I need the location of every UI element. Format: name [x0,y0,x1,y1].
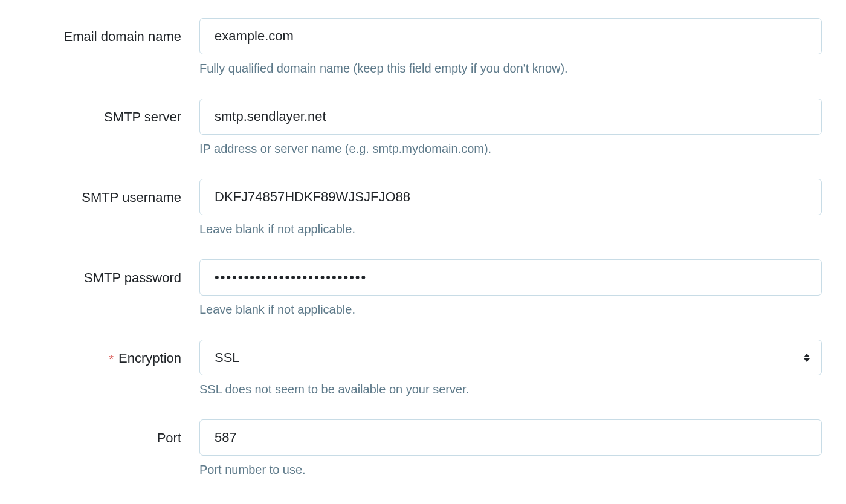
encryption-label-text: Encryption [118,351,181,366]
smtp-username-label: SMTP username [24,179,199,205]
encryption-select[interactable]: SSL [199,340,822,375]
smtp-username-help: Leave blank if not applicable. [199,222,822,236]
encryption-field-wrapper: SSL SSL does not seem to be available on… [199,340,822,396]
port-row: Port Port number to use. [24,419,822,477]
smtp-server-row: SMTP server IP address or server name (e… [24,99,822,156]
smtp-password-row: SMTP password Leave blank if not applica… [24,259,822,317]
email-domain-input[interactable] [199,18,822,54]
smtp-password-field-wrapper: Leave blank if not applicable. [199,259,822,317]
email-domain-row: Email domain name Fully qualified domain… [24,18,822,76]
port-field-wrapper: Port number to use. [199,419,822,477]
email-domain-field-wrapper: Fully qualified domain name (keep this f… [199,18,822,76]
encryption-select-wrapper: SSL [199,340,822,375]
encryption-help: SSL does not seem to be available on you… [199,383,822,396]
required-asterisk: * [109,352,114,366]
smtp-username-row: SMTP username Leave blank if not applica… [24,179,822,236]
encryption-label: *Encryption [24,340,199,366]
smtp-password-help: Leave blank if not applicable. [199,303,822,317]
port-label: Port [24,419,199,446]
email-domain-label: Email domain name [24,18,199,45]
smtp-server-label: SMTP server [24,99,199,125]
smtp-server-help: IP address or server name (e.g. smtp.myd… [199,142,822,156]
email-domain-help: Fully qualified domain name (keep this f… [199,62,822,76]
smtp-server-input[interactable] [199,99,822,135]
smtp-password-label: SMTP password [24,259,199,286]
port-help: Port number to use. [199,463,822,477]
smtp-username-input[interactable] [199,179,822,215]
smtp-password-input[interactable] [199,259,822,296]
encryption-row: *Encryption SSL SSL does not seem to be … [24,340,822,396]
smtp-username-field-wrapper: Leave blank if not applicable. [199,179,822,236]
smtp-server-field-wrapper: IP address or server name (e.g. smtp.myd… [199,99,822,156]
port-input[interactable] [199,419,822,456]
